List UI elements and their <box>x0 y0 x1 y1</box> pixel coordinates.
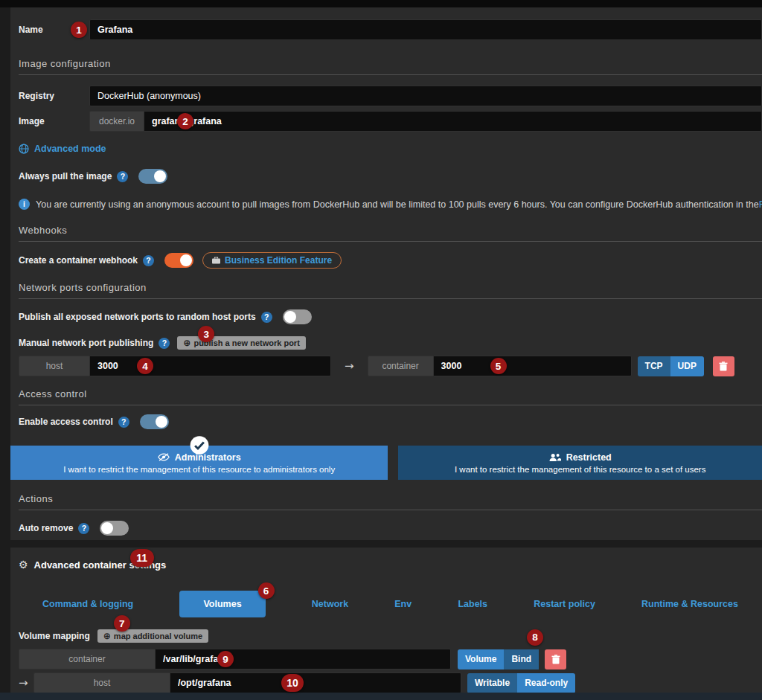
globe-icon <box>19 144 29 154</box>
trash-icon <box>551 655 560 664</box>
step-badge-4: 4 <box>137 358 153 374</box>
volume-readonly-button[interactable]: Read-only <box>517 673 575 693</box>
advanced-mode-row: Advanced mode <box>19 144 762 154</box>
step-badge-6: 6 <box>258 582 275 599</box>
tab-env[interactable]: Env <box>394 599 412 609</box>
plus-circle-icon: ⊕ <box>183 338 190 347</box>
tab-labels[interactable]: Labels <box>458 599 487 609</box>
tab-restart-policy[interactable]: Restart policy <box>534 599 595 609</box>
udp-button[interactable]: UDP <box>670 356 704 376</box>
tab-command-logging[interactable]: Command & logging <box>42 599 133 609</box>
volume-container-row: container 9 Volume Bind 8 <box>19 649 762 670</box>
webhooks-header: Webhooks <box>19 225 762 242</box>
registry-select[interactable]: DockerHub (anonymous) <box>89 86 762 106</box>
volume-mapping-row: Volume mapping ⊕ map additional volume 7 <box>19 629 762 643</box>
check-circle-icon <box>189 435 209 458</box>
publish-new-port-button[interactable]: ⊕ publish a new network port 3 <box>177 336 305 350</box>
administrators-option[interactable]: Administrators I want to restrict the ma… <box>10 446 388 480</box>
step-badge-10: 10 <box>281 674 304 692</box>
advanced-settings-tabs: Command & logging Volumes 6 Network Env … <box>19 589 762 619</box>
container-port-input[interactable] <box>433 356 632 376</box>
volume-host-addon: host <box>33 672 170 693</box>
tcp-button[interactable]: TCP <box>638 356 670 376</box>
restricted-title: Restricted <box>566 452 612 463</box>
volume-host-path-input[interactable] <box>170 672 461 693</box>
eye-slash-icon <box>158 452 170 462</box>
advanced-mode-link[interactable]: Advanced mode <box>34 144 106 154</box>
host-port-input[interactable] <box>89 356 331 376</box>
map-additional-volume-label: map additional volume <box>114 632 202 640</box>
image-label: Image <box>19 116 89 126</box>
manual-port-label: Manual network port publishing <box>19 338 153 348</box>
step-badge-2: 2 <box>177 113 193 129</box>
remove-port-button[interactable] <box>713 356 734 376</box>
webhook-row: Create a container webhook ? Business Ed… <box>19 252 762 269</box>
help-icon: ? <box>117 171 128 182</box>
business-edition-badge[interactable]: Business Edition Feature <box>202 252 342 269</box>
publish-all-toggle[interactable] <box>283 309 312 324</box>
users-icon <box>549 453 561 462</box>
tab-runtime-resources[interactable]: Runtime & Resources <box>641 599 738 609</box>
bottom-strip <box>0 693 762 700</box>
tab-volumes-label: Volumes <box>203 599 241 609</box>
volume-writable-button[interactable]: Writable <box>467 673 517 693</box>
help-icon: ? <box>78 523 89 534</box>
advanced-settings-panel: ⚙ Advanced container settings Command & … <box>10 548 762 693</box>
network-ports-header: Network ports configuration <box>19 282 762 299</box>
administrators-subtitle: I want to restrict the management of thi… <box>63 465 335 474</box>
auto-remove-toggle[interactable] <box>100 521 129 536</box>
briefcase-icon <box>212 257 220 264</box>
business-edition-label: Business Edition Feature <box>225 255 332 266</box>
volume-container-addon: container <box>19 649 155 670</box>
enable-access-row: Enable access control ? <box>19 414 762 429</box>
help-icon: ? <box>143 255 154 266</box>
tab-network[interactable]: Network <box>312 599 348 609</box>
help-icon: ? <box>159 338 170 349</box>
create-webhook-label: Create a container webhook <box>19 255 138 266</box>
top-bar <box>0 0 762 7</box>
host-port-addon: host <box>19 356 89 376</box>
trash-icon <box>719 362 728 371</box>
map-additional-volume-button[interactable]: ⊕ map additional volume 7 <box>97 629 208 643</box>
publish-all-row: Publish all exposed network ports to ran… <box>19 309 762 324</box>
port-mapping-row: host 4 → container 5 TCP UDP <box>19 356 762 376</box>
dockerhub-notice: i You are currently using an anonymous a… <box>19 199 762 210</box>
auto-remove-row: Auto remove ? <box>19 521 762 536</box>
remove-volume-button[interactable] <box>545 649 566 670</box>
name-input[interactable] <box>89 19 762 40</box>
registries-view-link[interactable]: Registries View <box>759 199 762 210</box>
manual-port-row: Manual network port publishing ? ⊕ publi… <box>19 336 762 350</box>
always-pull-label: Always pull the image <box>19 171 112 182</box>
enable-access-toggle[interactable] <box>140 414 169 429</box>
image-row: Image docker.io 2 <box>19 111 762 132</box>
registry-selected-value: DockerHub (anonymous) <box>97 91 201 101</box>
tab-volumes[interactable]: Volumes 6 <box>179 591 265 617</box>
image-registry-addon: docker.io <box>89 111 144 132</box>
restricted-subtitle: I want to restrict the management of thi… <box>455 465 706 474</box>
registry-row: Registry DockerHub (anonymous) <box>19 86 762 106</box>
name-row: Name 1 <box>19 19 762 40</box>
volume-host-row: → host 10 Writable Read-only <box>19 672 762 693</box>
always-pull-toggle[interactable] <box>138 169 167 184</box>
step-badge-1: 1 <box>71 22 87 38</box>
volume-type-volume-button[interactable]: Volume <box>458 649 504 670</box>
enable-access-label: Enable access control <box>19 417 113 427</box>
image-input[interactable] <box>144 111 762 132</box>
arrow-right-icon: → <box>345 359 354 373</box>
name-input-wrap: 1 <box>89 19 762 40</box>
step-badge-9: 9 <box>217 651 234 667</box>
image-configuration-header: Image configuration <box>19 58 762 75</box>
always-pull-row: Always pull the image ? <box>19 169 762 184</box>
actions-header: Actions <box>19 493 762 510</box>
help-icon: ? <box>118 417 129 428</box>
publish-all-label: Publish all exposed network ports to ran… <box>19 312 256 322</box>
step-badge-11: 11 <box>130 549 154 567</box>
help-icon: ? <box>261 312 272 323</box>
restricted-option[interactable]: Restricted I want to restrict the manage… <box>398 446 762 480</box>
create-webhook-toggle[interactable] <box>164 253 193 268</box>
volume-type-bind-button[interactable]: Bind <box>504 649 539 670</box>
registry-label: Registry <box>19 91 89 101</box>
plus-circle-icon: ⊕ <box>103 632 111 640</box>
volume-container-path-input[interactable] <box>155 649 451 670</box>
step-badge-7: 7 <box>114 615 130 632</box>
